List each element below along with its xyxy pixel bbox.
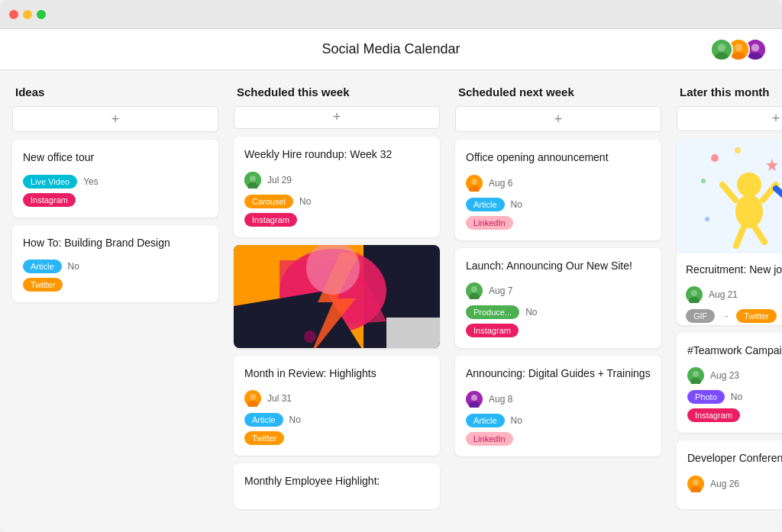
user-avatar [244,390,261,407]
column-later-month-header: Later this month [677,85,782,98]
add-later-month-button[interactable]: + [677,106,782,131]
header: Social Media Calendar [0,29,782,70]
tag-instagram: Instagram [466,324,519,337]
svg-point-7 [751,44,759,51]
tags-row-2: LinkedIn [466,432,651,446]
yes-no-value: Yes [83,176,99,187]
svg-point-63 [693,479,699,485]
user-avatar [687,476,704,492]
tag-article: Article [23,260,62,273]
tags-row-2: LinkedIn [466,216,651,230]
card-date: Aug 23 [710,370,739,381]
column-scheduled-week-header: Scheduled this week [234,85,440,98]
tags-row-2: Instagram [244,213,429,227]
card-date: Aug 21 [709,289,738,300]
tags-row: Article No [244,413,429,427]
avatar-group [710,38,767,61]
minimize-button[interactable] [23,10,32,19]
yes-no-value: No [68,261,79,272]
card-brand-design: How To: Building Brand Design Article No… [12,225,218,303]
close-button[interactable] [9,10,18,19]
tag-article: Article [466,198,505,211]
user-avatar [686,286,703,303]
user-avatar [466,175,483,192]
tag-carousel: Carousel [244,195,293,208]
page-title: Social Media Calendar [322,41,460,57]
svg-point-41 [737,172,761,197]
app-window: Social Media Calendar Ideas + New office… [0,0,782,532]
tag-live-video: Live Video [23,175,77,189]
tag-gif: GIF [686,309,715,323]
column-next-week-header: Scheduled next week [455,85,661,98]
column-scheduled-next-week: Scheduled next week + Office opening ann… [455,85,661,517]
add-scheduled-week-button[interactable]: + [234,106,440,129]
tags-row-2: Twitter [244,431,429,445]
column-ideas: Ideas + New office tour Live Video Yes I… [12,85,218,517]
svg-point-40 [735,195,763,228]
traffic-lights [9,10,46,19]
card-office-opening: Office opening announcement Aug 6 Articl… [455,140,661,240]
tag-twitter: Twitter [244,431,284,445]
svg-point-19 [304,330,316,343]
svg-point-60 [693,371,699,377]
card-teamwork: #Teamwork Campaign Aug 23 Photo No Insta… [677,333,782,434]
card-recruitment: Recruitment: New job postings Aug 21 GIF… [677,139,782,325]
svg-point-57 [691,290,697,296]
tags-row-2: Instagram [23,193,208,207]
avatar-1 [710,38,733,61]
arrow-icon: → [721,311,730,321]
card-title: Announcing: Digital Guides + Trainings [466,366,651,382]
card-title: How To: Building Brand Design [23,236,208,251]
card-title: Monthly Employee Highlight: [244,474,429,489]
add-next-week-button[interactable]: + [455,106,661,132]
board: Ideas + New office tour Live Video Yes I… [0,70,782,532]
svg-rect-20 [386,318,440,348]
tags-row-2: Instagram [687,408,782,422]
card-title: Month in Review: Highlights [244,366,429,382]
card-meta: Aug 6 [466,175,651,192]
user-avatar [244,172,261,189]
card-month-review: Month in Review: Highlights Jul 31 Artic… [234,356,440,456]
tag-article: Article [466,414,505,427]
yes-no-value: No [511,415,522,426]
card-meta: Jul 29 [244,172,429,189]
tag-photo: Photo [687,390,725,404]
card-date: Aug 8 [489,394,512,405]
svg-point-28 [471,286,477,292]
tag-twitter: Twitter [736,309,776,323]
tag-instagram: Instagram [687,408,740,422]
svg-point-35 [735,147,741,153]
tag-twitter: Twitter [23,278,63,292]
column-ideas-header: Ideas [12,85,218,98]
yes-no-value: No [525,307,537,318]
card-image-abstract [234,245,440,348]
card-title: Launch: Announcing Our New Site! [466,259,651,274]
tags-row: Live Video Yes [23,175,208,189]
tags-row: Carousel No [244,195,429,208]
card-title: Recruitment: New job postings [686,263,782,278]
card-meta: Aug 8 [466,391,651,408]
card-meta: Aug 7 [466,282,651,299]
svg-point-25 [471,179,477,185]
tag-article: Article [244,413,283,427]
yes-no-value: No [511,199,522,210]
card-title: Weekly Hire roundup: Week 32 [244,147,429,163]
card-meta: Aug 26 [687,476,782,492]
card-date: Jul 29 [267,175,292,185]
maximize-button[interactable] [37,10,46,19]
tags-row: GIF → Twitter [686,309,782,323]
svg-point-36 [701,179,706,183]
column-later-month: Later this month + [677,85,782,517]
svg-point-31 [471,395,477,401]
tags-row: Produce... No [466,305,651,319]
card-meta: Jul 31 [244,390,429,407]
tag-linkedin: LinkedIn [466,216,513,230]
card-date: Jul 31 [267,393,292,404]
celebration-image [677,139,782,253]
add-ideas-button[interactable]: + [12,106,218,132]
tag-instagram: Instagram [244,213,297,227]
card-digital-guides: Announcing: Digital Guides + Trainings A… [455,356,661,456]
card-date: Aug 26 [710,479,739,489]
card-title: New office tour [23,150,208,166]
card-meta: Aug 23 [687,367,782,384]
